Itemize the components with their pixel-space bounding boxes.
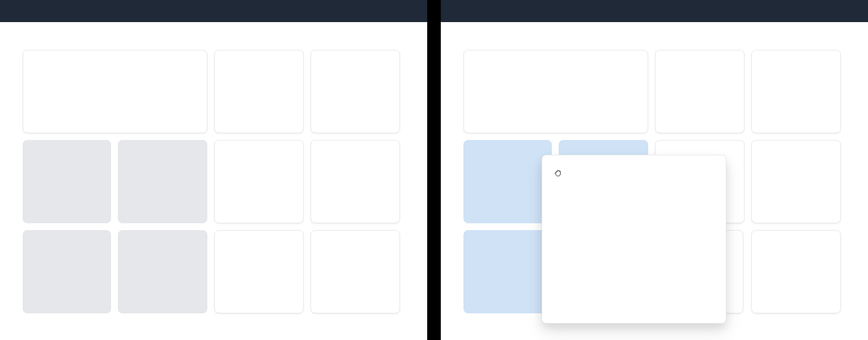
dashboard-grid (463, 50, 845, 340)
card-e[interactable] (751, 140, 841, 223)
topbar (441, 0, 868, 22)
card-f[interactable] (214, 230, 304, 313)
pane-divider (427, 0, 441, 340)
topbar (0, 0, 427, 22)
card-slot-1[interactable] (463, 140, 552, 223)
demo-pane-dragging (441, 0, 868, 340)
card-ghost-2[interactable] (118, 140, 207, 223)
demo-pane-before (0, 0, 427, 340)
card-ghost-4[interactable] (118, 230, 207, 313)
card-g[interactable] (751, 230, 841, 313)
card-large[interactable] (463, 50, 648, 133)
card-b[interactable] (655, 50, 744, 133)
card-b[interactable] (214, 50, 304, 133)
card-d[interactable] (214, 140, 304, 223)
card-ghost-3[interactable] (23, 230, 111, 313)
card-e[interactable] (310, 140, 400, 223)
dragging-card[interactable] (542, 155, 726, 324)
card-g[interactable] (310, 230, 400, 313)
card-slot-3[interactable] (463, 230, 552, 313)
dashboard-grid (23, 50, 405, 340)
card-ghost-1[interactable] (23, 140, 111, 223)
card-c[interactable] (310, 50, 400, 133)
card-large[interactable] (23, 50, 207, 133)
card-c[interactable] (751, 50, 841, 133)
